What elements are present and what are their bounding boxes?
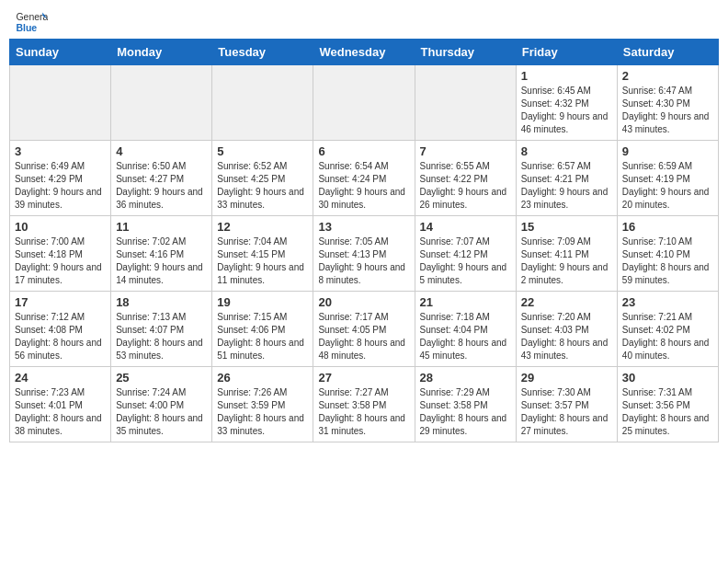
day-number: 30 xyxy=(622,371,713,385)
day-number: 13 xyxy=(318,220,409,234)
day-cell: 2Sunrise: 6:47 AM Sunset: 4:30 PM Daylig… xyxy=(617,65,718,141)
day-number: 6 xyxy=(318,144,409,158)
day-number: 17 xyxy=(15,295,106,309)
day-cell: 29Sunrise: 7:30 AM Sunset: 3:57 PM Dayli… xyxy=(516,367,617,442)
day-cell: 6Sunrise: 6:54 AM Sunset: 4:24 PM Daylig… xyxy=(313,141,415,216)
day-number: 9 xyxy=(622,144,713,158)
day-info: Sunrise: 6:54 AM Sunset: 4:24 PM Dayligh… xyxy=(318,160,409,212)
day-number: 10 xyxy=(15,220,106,234)
day-info: Sunrise: 6:49 AM Sunset: 4:29 PM Dayligh… xyxy=(15,160,106,212)
svg-text:Blue: Blue xyxy=(16,22,37,33)
day-info: Sunrise: 7:02 AM Sunset: 4:16 PM Dayligh… xyxy=(116,236,207,287)
day-cell: 11Sunrise: 7:02 AM Sunset: 4:16 PM Dayli… xyxy=(111,216,212,292)
day-info: Sunrise: 7:00 AM Sunset: 4:18 PM Dayligh… xyxy=(15,236,106,287)
day-cell xyxy=(111,65,212,141)
day-cell: 1Sunrise: 6:45 AM Sunset: 4:32 PM Daylig… xyxy=(516,65,617,141)
day-number: 26 xyxy=(217,371,308,385)
day-cell: 12Sunrise: 7:04 AM Sunset: 4:15 PM Dayli… xyxy=(212,216,313,292)
day-cell: 18Sunrise: 7:13 AM Sunset: 4:07 PM Dayli… xyxy=(111,292,212,367)
week-row-4: 17Sunrise: 7:12 AM Sunset: 4:08 PM Dayli… xyxy=(10,292,719,367)
day-info: Sunrise: 7:18 AM Sunset: 4:04 PM Dayligh… xyxy=(420,311,511,362)
day-cell: 16Sunrise: 7:10 AM Sunset: 4:10 PM Dayli… xyxy=(617,216,718,292)
day-info: Sunrise: 7:24 AM Sunset: 4:00 PM Dayligh… xyxy=(116,386,207,438)
day-number: 3 xyxy=(15,144,106,158)
day-info: Sunrise: 7:29 AM Sunset: 3:58 PM Dayligh… xyxy=(420,386,511,438)
week-row-1: 1Sunrise: 6:45 AM Sunset: 4:32 PM Daylig… xyxy=(10,65,719,141)
day-cell: 23Sunrise: 7:21 AM Sunset: 4:02 PM Dayli… xyxy=(617,292,718,367)
day-number: 20 xyxy=(318,295,409,309)
calendar: SundayMondayTuesdayWednesdayThursdayFrid… xyxy=(0,39,728,448)
day-cell: 30Sunrise: 7:31 AM Sunset: 3:56 PM Dayli… xyxy=(617,367,718,442)
day-info: Sunrise: 7:15 AM Sunset: 4:06 PM Dayligh… xyxy=(217,311,308,362)
day-cell: 17Sunrise: 7:12 AM Sunset: 4:08 PM Dayli… xyxy=(10,292,111,367)
day-number: 21 xyxy=(420,295,511,309)
day-cell: 13Sunrise: 7:05 AM Sunset: 4:13 PM Dayli… xyxy=(313,216,415,292)
day-number: 15 xyxy=(521,220,612,234)
day-number: 12 xyxy=(217,220,308,234)
day-info: Sunrise: 6:59 AM Sunset: 4:19 PM Dayligh… xyxy=(622,160,713,212)
day-cell: 10Sunrise: 7:00 AM Sunset: 4:18 PM Dayli… xyxy=(10,216,111,292)
day-number: 16 xyxy=(622,220,713,234)
logo: General Blue xyxy=(15,9,48,35)
day-info: Sunrise: 7:07 AM Sunset: 4:12 PM Dayligh… xyxy=(420,236,511,287)
day-info: Sunrise: 7:27 AM Sunset: 3:58 PM Dayligh… xyxy=(318,386,409,438)
day-info: Sunrise: 6:47 AM Sunset: 4:30 PM Dayligh… xyxy=(622,85,713,136)
day-info: Sunrise: 7:04 AM Sunset: 4:15 PM Dayligh… xyxy=(217,236,308,287)
day-info: Sunrise: 6:45 AM Sunset: 4:32 PM Dayligh… xyxy=(521,85,612,136)
day-number: 18 xyxy=(116,295,207,309)
day-cell: 8Sunrise: 6:57 AM Sunset: 4:21 PM Daylig… xyxy=(516,141,617,216)
week-row-2: 3Sunrise: 6:49 AM Sunset: 4:29 PM Daylig… xyxy=(10,141,719,216)
day-cell: 26Sunrise: 7:26 AM Sunset: 3:59 PM Dayli… xyxy=(212,367,313,442)
day-cell: 21Sunrise: 7:18 AM Sunset: 4:04 PM Dayli… xyxy=(415,292,516,367)
calendar-table: SundayMondayTuesdayWednesdayThursdayFrid… xyxy=(9,39,719,442)
day-number: 24 xyxy=(15,371,106,385)
day-cell: 22Sunrise: 7:20 AM Sunset: 4:03 PM Dayli… xyxy=(516,292,617,367)
day-info: Sunrise: 7:13 AM Sunset: 4:07 PM Dayligh… xyxy=(116,311,207,362)
day-cell xyxy=(313,65,415,141)
day-number: 22 xyxy=(521,295,612,309)
day-info: Sunrise: 6:57 AM Sunset: 4:21 PM Dayligh… xyxy=(521,160,612,212)
day-cell: 28Sunrise: 7:29 AM Sunset: 3:58 PM Dayli… xyxy=(415,367,516,442)
day-info: Sunrise: 6:52 AM Sunset: 4:25 PM Dayligh… xyxy=(217,160,308,212)
col-header-tuesday: Tuesday xyxy=(212,40,313,65)
day-info: Sunrise: 7:05 AM Sunset: 4:13 PM Dayligh… xyxy=(318,236,409,287)
day-cell: 9Sunrise: 6:59 AM Sunset: 4:19 PM Daylig… xyxy=(617,141,718,216)
day-number: 1 xyxy=(521,69,612,83)
day-number: 2 xyxy=(622,69,713,83)
col-header-sunday: Sunday xyxy=(10,40,111,65)
day-cell: 19Sunrise: 7:15 AM Sunset: 4:06 PM Dayli… xyxy=(212,292,313,367)
day-cell: 14Sunrise: 7:07 AM Sunset: 4:12 PM Dayli… xyxy=(415,216,516,292)
day-info: Sunrise: 7:21 AM Sunset: 4:02 PM Dayligh… xyxy=(622,311,713,362)
day-cell: 15Sunrise: 7:09 AM Sunset: 4:11 PM Dayli… xyxy=(516,216,617,292)
day-info: Sunrise: 7:12 AM Sunset: 4:08 PM Dayligh… xyxy=(15,311,106,362)
week-row-5: 24Sunrise: 7:23 AM Sunset: 4:01 PM Dayli… xyxy=(10,367,719,442)
day-number: 23 xyxy=(622,295,713,309)
day-number: 28 xyxy=(420,371,511,385)
day-number: 14 xyxy=(420,220,511,234)
svg-text:General: General xyxy=(16,11,48,22)
week-row-3: 10Sunrise: 7:00 AM Sunset: 4:18 PM Dayli… xyxy=(10,216,719,292)
day-info: Sunrise: 6:50 AM Sunset: 4:27 PM Dayligh… xyxy=(116,160,207,212)
day-number: 5 xyxy=(217,144,308,158)
col-header-monday: Monday xyxy=(111,40,212,65)
day-cell xyxy=(415,65,516,141)
day-number: 25 xyxy=(116,371,207,385)
day-cell: 24Sunrise: 7:23 AM Sunset: 4:01 PM Dayli… xyxy=(10,367,111,442)
day-cell: 25Sunrise: 7:24 AM Sunset: 4:00 PM Dayli… xyxy=(111,367,212,442)
day-info: Sunrise: 7:10 AM Sunset: 4:10 PM Dayligh… xyxy=(622,236,713,287)
col-header-wednesday: Wednesday xyxy=(313,40,415,65)
day-cell xyxy=(10,65,111,141)
header-row: SundayMondayTuesdayWednesdayThursdayFrid… xyxy=(10,40,719,65)
day-info: Sunrise: 7:17 AM Sunset: 4:05 PM Dayligh… xyxy=(318,311,409,362)
day-cell: 27Sunrise: 7:27 AM Sunset: 3:58 PM Dayli… xyxy=(313,367,415,442)
col-header-friday: Friday xyxy=(516,40,617,65)
col-header-saturday: Saturday xyxy=(617,40,718,65)
day-cell: 5Sunrise: 6:52 AM Sunset: 4:25 PM Daylig… xyxy=(212,141,313,216)
day-cell: 4Sunrise: 6:50 AM Sunset: 4:27 PM Daylig… xyxy=(111,141,212,216)
day-number: 4 xyxy=(116,144,207,158)
day-cell xyxy=(212,65,313,141)
day-cell: 7Sunrise: 6:55 AM Sunset: 4:22 PM Daylig… xyxy=(415,141,516,216)
day-info: Sunrise: 7:30 AM Sunset: 3:57 PM Dayligh… xyxy=(521,386,612,438)
day-number: 11 xyxy=(116,220,207,234)
logo-icon: General Blue xyxy=(15,9,48,35)
